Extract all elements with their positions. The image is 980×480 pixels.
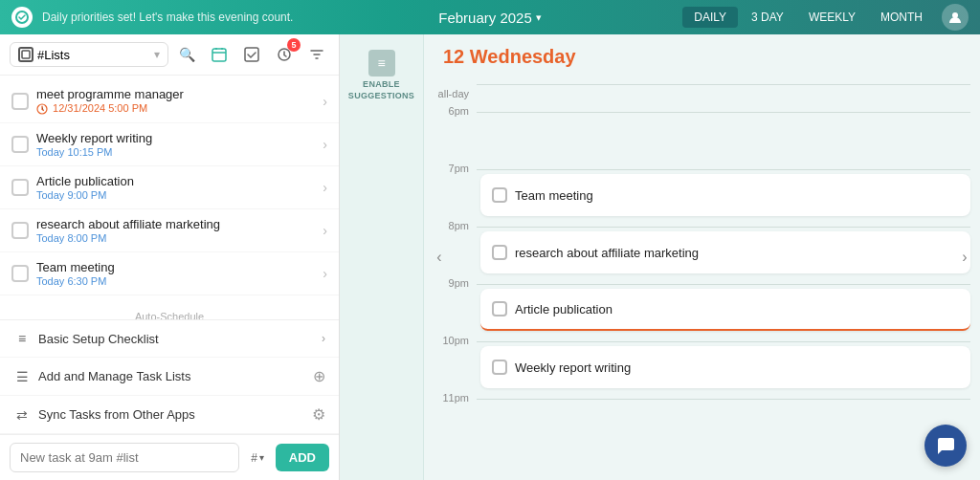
notification-badge: 5 xyxy=(287,38,301,52)
calendar-title[interactable]: February 2025 ▾ xyxy=(438,10,542,26)
task-expand-0[interactable]: › xyxy=(323,94,327,109)
task-expand-4[interactable]: › xyxy=(323,266,327,281)
auto-schedule-area: Auto-Schedule → xyxy=(0,295,339,319)
calendar-next-btn[interactable]: › xyxy=(953,238,976,276)
calendar-prev-btn[interactable]: ‹ xyxy=(428,238,451,276)
list-item[interactable]: Article publication Today 9:00 PM › xyxy=(0,166,339,209)
search-icon[interactable]: 🔍 xyxy=(174,42,199,67)
profile-icon[interactable] xyxy=(942,4,969,31)
time-line-6pm xyxy=(477,112,970,120)
list-chevron: ▾ xyxy=(154,48,160,61)
task-name-3: research about affiliate marketing xyxy=(36,217,315,231)
toolbar-icons: 🔍 xyxy=(174,42,329,67)
enable-suggestions-button[interactable]: ≡ ENABLESUGGESTIONS xyxy=(343,44,420,107)
cal-event-name-1: research about affiliate marketing xyxy=(515,246,699,260)
sidebar-toolbar: #Lists ▾ 🔍 xyxy=(0,34,339,76)
task-name-1: Weekly report writing xyxy=(36,131,315,145)
list-item[interactable]: meet programme manager 12/31/2024 5:00 P… xyxy=(0,79,339,123)
enable-suggestions-label: ENABLESUGGESTIONS xyxy=(348,79,414,101)
new-task-input[interactable] xyxy=(10,443,239,472)
basic-setup-chevron: › xyxy=(322,332,325,345)
task-checkbox-2[interactable] xyxy=(11,179,29,196)
task-expand-3[interactable]: › xyxy=(323,223,327,238)
manage-lists-label: Add and Manage Task Lists xyxy=(38,369,305,383)
task-list: meet programme manager 12/31/2024 5:00 P… xyxy=(0,76,339,319)
task-checkbox-1[interactable] xyxy=(11,136,29,153)
svg-rect-3 xyxy=(212,49,226,61)
list-item[interactable]: Team meeting Today 6:30 PM › xyxy=(0,252,339,295)
allday-line xyxy=(477,84,970,103)
sync-tasks-section[interactable]: ⇄ Sync Tasks from Other Apps ⚙ xyxy=(0,396,339,434)
calendar-header: 12 Wednesday xyxy=(424,34,980,79)
task-checkbox-4[interactable] xyxy=(11,265,29,282)
main-area: #Lists ▾ 🔍 xyxy=(0,34,980,480)
task-checkbox-0[interactable] xyxy=(11,93,29,110)
cal-event-checkbox-1[interactable] xyxy=(492,245,507,260)
hash-selector[interactable]: # ▾ xyxy=(245,447,270,469)
allday-label: all-day xyxy=(434,88,477,99)
hash-chevron: ▾ xyxy=(259,452,264,463)
task-time-4: Today 6:30 PM xyxy=(36,275,315,287)
list-selector[interactable]: #Lists ▾ xyxy=(10,42,168,67)
task-content-1: Weekly report writing Today 10:15 PM xyxy=(36,131,315,158)
weekly-view-btn[interactable]: WEEKLY xyxy=(797,7,867,28)
sidebar: #Lists ▾ 🔍 xyxy=(0,34,340,480)
daily-view-btn[interactable]: DAILY xyxy=(682,7,738,28)
add-list-icon[interactable]: ⊕ xyxy=(313,367,325,385)
time-line-11pm xyxy=(477,399,970,407)
task-checkbox-3[interactable] xyxy=(11,222,29,239)
cal-event-name-2: Article publication xyxy=(515,302,612,316)
time-grid: all-day 6pm 7pm Team meeting xyxy=(434,79,970,456)
cal-event-checkbox-2[interactable] xyxy=(492,301,507,316)
cal-event-weekly-report[interactable]: Weekly report writing xyxy=(480,346,970,388)
task-time-3: Today 8:00 PM xyxy=(36,232,315,244)
cal-event-article[interactable]: Article publication xyxy=(480,289,970,331)
allday-row: all-day xyxy=(434,79,970,108)
time-label-10pm: 10pm xyxy=(434,335,477,346)
view-switcher: DAILY 3 DAY WEEKLY MONTH xyxy=(682,4,969,31)
calendar-title-chevron: ▾ xyxy=(536,11,542,24)
clock-icon[interactable]: 5 xyxy=(272,42,297,67)
task-name-4: Team meeting xyxy=(36,260,315,274)
check-tasks-icon[interactable] xyxy=(239,42,264,67)
top-nav: Daily priorities set! Let's make this ev… xyxy=(0,0,980,34)
task-expand-1[interactable]: › xyxy=(323,137,327,152)
time-row-10pm: 10pm Weekly report writing xyxy=(434,341,970,399)
monthly-view-btn[interactable]: MONTH xyxy=(869,7,934,28)
task-content-3: research about affiliate marketing Today… xyxy=(36,217,315,244)
hash-symbol: # xyxy=(251,451,257,465)
suggestions-panel: ≡ ENABLESUGGESTIONS xyxy=(340,34,424,480)
cal-event-checkbox-3[interactable] xyxy=(492,360,507,375)
threeday-view-btn[interactable]: 3 DAY xyxy=(740,7,795,28)
manage-lists-icon: ☰ xyxy=(13,368,31,385)
basic-setup-label: Basic Setup Checklist xyxy=(38,332,314,346)
sidebar-sections: ≡ Basic Setup Checklist › ☰ Add and Mana… xyxy=(0,319,339,434)
app-logo xyxy=(11,7,33,28)
sync-tasks-label: Sync Tasks from Other Apps xyxy=(38,407,304,422)
time-label-9pm: 9pm xyxy=(434,277,477,289)
auto-schedule-label: Auto-Schedule xyxy=(11,311,327,319)
cal-event-team-meeting[interactable]: Team meeting xyxy=(480,174,970,216)
task-name-2: Article publication xyxy=(36,174,315,188)
list-icon xyxy=(18,47,33,62)
svg-rect-2 xyxy=(22,51,30,58)
chat-button[interactable] xyxy=(924,425,967,467)
cal-event-checkbox-0[interactable] xyxy=(492,187,507,203)
calendar-view-icon[interactable] xyxy=(207,42,232,67)
new-task-bar: # ▾ ADD xyxy=(0,434,339,480)
task-time-1: Today 10:15 PM xyxy=(36,146,315,158)
time-line-8pm: research about affiliate marketing xyxy=(477,227,970,279)
time-label-8pm: 8pm xyxy=(434,220,477,231)
time-row-11pm: 11pm xyxy=(434,399,970,456)
task-expand-2[interactable]: › xyxy=(323,180,327,195)
cal-event-research[interactable]: research about affiliate marketing xyxy=(480,231,970,273)
add-task-button[interactable]: ADD xyxy=(276,444,329,471)
filter-icon[interactable] xyxy=(304,42,329,67)
basic-setup-section[interactable]: ≡ Basic Setup Checklist › xyxy=(0,320,339,358)
list-item[interactable]: Weekly report writing Today 10:15 PM › xyxy=(0,123,339,166)
list-item[interactable]: research about affiliate marketing Today… xyxy=(0,209,339,252)
manage-lists-section[interactable]: ☰ Add and Manage Task Lists ⊕ xyxy=(0,358,339,396)
daily-message: Daily priorities set! Let's make this ev… xyxy=(42,11,682,24)
sync-gear-icon[interactable]: ⚙ xyxy=(312,405,325,424)
checklist-icon: ≡ xyxy=(13,330,31,347)
